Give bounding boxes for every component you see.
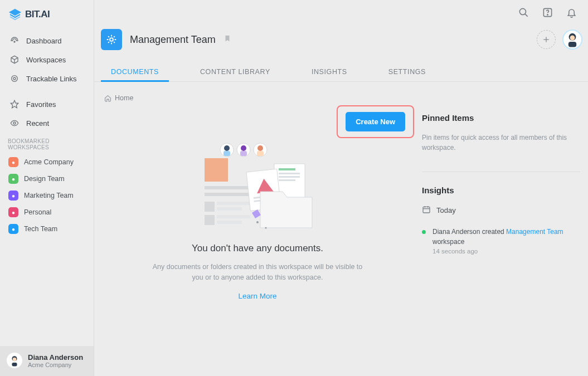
workspace-color-chip: ● [8, 174, 18, 184]
svg-rect-27 [217, 215, 250, 218]
bookmarked-workspace-acme[interactable]: ● Acme Company [0, 154, 94, 170]
svg-point-33 [241, 145, 246, 151]
gauge-icon [9, 36, 20, 46]
svg-rect-8 [12, 363, 17, 367]
sidebar-item-workspaces[interactable]: Workspaces [0, 50, 94, 69]
sidebar-item-recent[interactable]: Recent [0, 114, 94, 133]
bookmarked-workspace-marketing[interactable]: ● Marketing Team [0, 187, 94, 204]
sidebar-user[interactable]: Diana Anderson Acme Company [0, 346, 94, 376]
learn-more-link[interactable]: Learn More [101, 292, 414, 300]
right-panel: Pinned Items Pin items for quick access … [421, 82, 588, 376]
bell-icon[interactable] [566, 7, 577, 18]
svg-rect-19 [568, 42, 576, 47]
bookmarked-workspace-label: Marketing Team [24, 192, 74, 199]
workspace-color-chip: ● [8, 157, 18, 167]
brand-name: BIT.AI [25, 9, 50, 20]
brand-logo[interactable]: BIT.AI [0, 0, 94, 31]
tab-label: SETTINGS [388, 68, 426, 76]
svg-point-13 [110, 38, 113, 41]
svg-rect-48 [423, 207, 430, 213]
svg-rect-31 [223, 151, 230, 156]
bookmarked-workspace-personal[interactable]: ● Personal [0, 204, 94, 221]
main: Management Team DOCUMENTS CONTENT LIBRAR… [94, 0, 588, 376]
svg-rect-37 [257, 151, 264, 156]
svg-rect-20 [205, 158, 228, 182]
panel-separator [422, 172, 580, 172]
add-member-button[interactable] [537, 30, 556, 49]
sidebar-item-label: Dashboard [26, 37, 62, 45]
tab-documents[interactable]: DOCUMENTS [101, 62, 169, 81]
svg-line-10 [525, 13, 528, 16]
search-icon[interactable] [518, 7, 529, 18]
status-dot-icon [422, 230, 426, 234]
workspace-header: Management Team [94, 25, 588, 57]
sidebar: BIT.AI Dashboard Workspaces Trackable Li… [0, 0, 94, 376]
workspace-color-chip: ● [8, 224, 18, 234]
svg-rect-23 [205, 202, 215, 212]
bookmark-icon[interactable] [223, 33, 231, 46]
svg-point-7 [13, 358, 17, 362]
breadcrumb-home: Home [115, 94, 133, 102]
sidebar-item-dashboard[interactable]: Dashboard [0, 31, 94, 50]
eye-icon [9, 118, 20, 128]
brand-logo-icon [8, 8, 22, 21]
svg-point-2 [13, 77, 16, 80]
svg-point-4 [13, 122, 16, 124]
activity-link[interactable]: Management Team [506, 228, 563, 236]
empty-illustration [101, 141, 414, 236]
svg-point-12 [547, 14, 548, 14]
svg-point-0 [14, 41, 15, 42]
sidebar-item-trackable-links[interactable]: Trackable Links [0, 69, 94, 88]
svg-point-18 [570, 35, 575, 40]
sidebar-item-favorites[interactable]: Favorites [0, 95, 94, 114]
svg-rect-39 [279, 168, 295, 170]
workspace-color-chip: ● [8, 191, 18, 201]
topbar [94, 0, 588, 25]
today-label: Today [436, 206, 456, 214]
pinned-items-help: Pin items for quick access for all membe… [422, 133, 580, 153]
pinned-items-title: Pinned Items [422, 113, 580, 123]
tab-label: DOCUMENTS [111, 68, 159, 76]
tab-label: INSIGHTS [312, 68, 347, 76]
sidebar-item-label: Workspaces [26, 56, 66, 64]
bookmarked-list: ● Acme Company ● Design Team ● Marketing… [0, 154, 94, 237]
svg-rect-24 [217, 202, 250, 205]
bookmarked-workspace-design[interactable]: ● Design Team [0, 170, 94, 187]
svg-rect-26 [205, 215, 215, 225]
bookmarked-workspace-label: Tech Team [24, 225, 57, 233]
activity-item: Diana Anderson created Management Team w… [422, 227, 580, 255]
svg-rect-41 [279, 176, 300, 178]
empty-title: You don't have any documents. [101, 243, 414, 254]
svg-marker-3 [11, 100, 18, 108]
documents-pane: Home Create New [94, 82, 421, 376]
svg-point-46 [256, 221, 259, 223]
tabs: DOCUMENTS CONTENT LIBRARY INSIGHTS SETTI… [94, 62, 588, 82]
user-org: Acme Company [28, 362, 83, 368]
insights-today: Today [422, 205, 580, 216]
insights-title: Insights [422, 185, 580, 195]
tab-content-library[interactable]: CONTENT LIBRARY [190, 62, 280, 81]
tab-insights[interactable]: INSIGHTS [302, 62, 357, 81]
sidebar-item-label: Trackable Links [26, 75, 77, 83]
bookmarked-workspaces-header: BOOKMARKED WORKSPACES [0, 133, 94, 154]
svg-point-36 [257, 145, 263, 151]
svg-rect-42 [279, 179, 295, 181]
help-icon[interactable] [542, 7, 553, 18]
svg-rect-34 [240, 151, 247, 156]
svg-rect-28 [217, 221, 242, 224]
sidebar-item-label: Favorites [26, 100, 56, 109]
activity-time: 14 seconds ago [433, 248, 580, 255]
bookmarked-workspace-label: Acme Company [24, 158, 74, 166]
bookmarked-workspace-label: Design Team [24, 175, 65, 183]
sidebar-quick: Favorites Recent [0, 95, 94, 133]
avatar [7, 353, 22, 368]
bookmarked-workspace-tech[interactable]: ● Tech Team [0, 221, 94, 237]
bookmarked-workspace-label: Personal [24, 208, 51, 216]
workspace-badge [101, 29, 122, 50]
tab-settings[interactable]: SETTINGS [378, 62, 436, 81]
avatar[interactable] [562, 30, 582, 50]
svg-rect-40 [279, 173, 300, 174]
create-new-button[interactable]: Create New [346, 112, 405, 131]
home-icon [104, 94, 111, 102]
sidebar-nav: Dashboard Workspaces Trackable Links [0, 31, 94, 88]
